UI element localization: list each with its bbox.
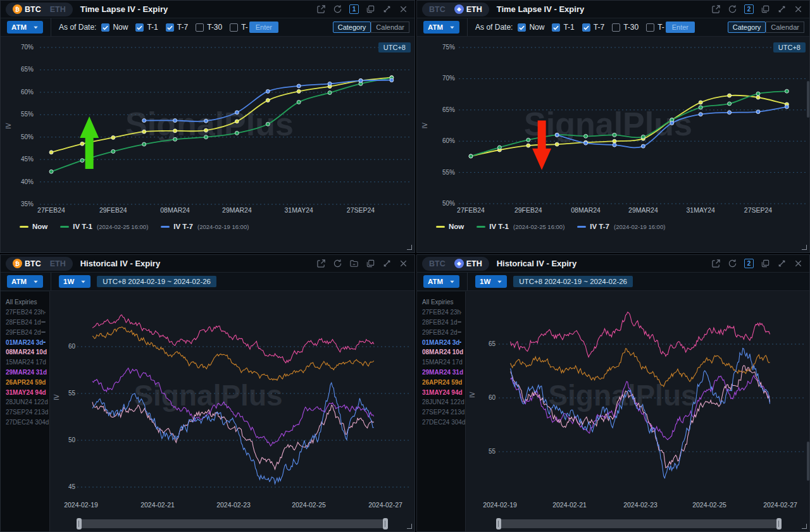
expiry-item-27dec24[interactable]: 27DEC24 304d <box>417 418 465 428</box>
tab-btc[interactable]: ₿ BTC <box>8 259 46 268</box>
tab-btc[interactable]: ₿ BTC <box>8 4 46 14</box>
strike-select[interactable]: ATM <box>423 275 459 288</box>
slider-handle-right[interactable] <box>383 518 388 529</box>
open-in-new-icon[interactable] <box>711 259 721 268</box>
close-icon[interactable] <box>794 259 803 268</box>
checkbox-now[interactable]: Now <box>101 23 128 32</box>
refresh-icon[interactable] <box>728 4 737 14</box>
expiry-item-31may24[interactable]: 31MAY24 94d <box>417 387 465 397</box>
checkbox-t-1[interactable]: T-1 <box>552 23 574 32</box>
scrollbar-thumb[interactable] <box>807 442 809 481</box>
period-select[interactable]: 1W <box>59 275 90 288</box>
checkbox-t-30[interactable]: T-30 <box>612 23 639 32</box>
resize-handle[interactable] <box>802 245 807 250</box>
expiry-item-28jun24[interactable]: 28JUN24 122d <box>417 397 465 407</box>
resize-handle[interactable] <box>802 524 807 529</box>
calendar-button[interactable]: Calendar <box>766 22 804 33</box>
open-in-new-icon[interactable] <box>316 4 326 14</box>
duplicate-icon[interactable] <box>761 4 770 14</box>
duplicate-icon[interactable] <box>366 4 375 14</box>
expand-icon[interactable] <box>382 4 392 14</box>
strike-select[interactable]: ATM <box>7 21 43 34</box>
strike-select[interactable]: ATM <box>7 275 43 288</box>
expiry-item-27sep24[interactable]: 27SEP24 213d <box>1 407 49 418</box>
checkbox-now[interactable]: Now <box>518 23 544 32</box>
refresh-icon[interactable] <box>333 259 342 268</box>
checkbox-t-30[interactable]: T-30 <box>196 23 222 32</box>
expiry-item-26apr24[interactable]: 26APR24 59d <box>417 377 465 387</box>
open-in-new-icon[interactable] <box>316 259 326 268</box>
tab-eth[interactable]: ◆ ETH <box>450 4 487 14</box>
t-custom-input[interactable]: Enter <box>666 22 695 33</box>
checkbox-box[interactable] <box>101 23 109 32</box>
t-custom-input[interactable]: Enter <box>249 22 278 33</box>
expiry-item-all[interactable]: All Expiries <box>417 297 465 307</box>
expiry-item-27feb24[interactable]: 27FEB24 23h <box>417 307 465 318</box>
expiry-item-all[interactable]: All Expiries <box>1 297 49 307</box>
category-button[interactable]: Category <box>333 22 371 33</box>
close-icon[interactable] <box>399 259 408 268</box>
legend-item[interactable]: Now <box>20 223 47 230</box>
checkbox-box[interactable] <box>196 23 204 32</box>
expiry-item-28jun24[interactable]: 28JUN24 122d <box>1 397 49 407</box>
legend-item[interactable]: IV T-7(2024-02-19 16:00) <box>161 223 249 230</box>
duplicate-icon[interactable] <box>366 259 375 268</box>
expiry-item-28feb24[interactable]: 28FEB24 1d <box>1 318 49 328</box>
checkbox-box[interactable] <box>166 23 174 32</box>
duplicate-icon[interactable] <box>761 259 770 268</box>
slider-handle-right[interactable] <box>776 518 782 529</box>
folder-icon[interactable] <box>349 259 359 268</box>
expiry-item-01mar24[interactable]: 01MAR24 3d <box>417 337 465 347</box>
tab-eth[interactable]: ETH <box>46 5 70 14</box>
tab-eth[interactable]: ETH <box>46 259 70 268</box>
checkbox-box[interactable] <box>646 23 654 32</box>
checkbox-box[interactable] <box>518 23 526 32</box>
legend-item[interactable]: IV T-7(2024-02-19 16:00) <box>577 223 665 230</box>
tab-eth[interactable]: ◆ ETH <box>450 259 487 268</box>
period-select[interactable]: 1W <box>475 275 507 288</box>
strike-select[interactable]: ATM <box>423 21 459 34</box>
resize-handle[interactable] <box>407 524 412 529</box>
checkbox-box[interactable] <box>230 23 238 32</box>
calendar-button[interactable]: Calendar <box>371 22 409 33</box>
expiry-item-08mar24[interactable]: 08MAR24 10d <box>1 347 49 357</box>
expiry-item-26apr24[interactable]: 26APR24 59d <box>1 377 49 387</box>
chart-count-badge[interactable]: 2 <box>744 259 754 268</box>
expiry-item-27feb24[interactable]: 27FEB24 23h <box>1 307 49 318</box>
checkbox-t-7[interactable]: T-7 <box>582 23 604 32</box>
expiry-item-28feb24[interactable]: 28FEB24 1d <box>417 318 465 328</box>
expiry-item-27sep24[interactable]: 27SEP24 213d <box>417 407 465 418</box>
time-range-slider[interactable] <box>77 519 387 528</box>
expiry-item-15mar24[interactable]: 15MAR24 17d <box>417 357 465 368</box>
expiry-item-01mar24[interactable]: 01MAR24 3d <box>1 337 49 347</box>
close-icon[interactable] <box>399 4 408 14</box>
legend-item[interactable]: IV T-1(2024-02-25 16:00) <box>60 223 148 230</box>
tab-btc[interactable]: BTC <box>425 259 450 268</box>
expand-icon[interactable] <box>777 259 787 268</box>
expiry-item-29feb24[interactable]: 29FEB24 2d <box>417 327 465 337</box>
expiry-item-31may24[interactable]: 31MAY24 94d <box>1 387 49 397</box>
expiry-item-27dec24[interactable]: 27DEC24 304d <box>1 418 49 428</box>
scrollbar-thumb[interactable] <box>807 81 809 118</box>
time-range-slider[interactable] <box>497 519 781 528</box>
chart-count-badge[interactable]: 2 <box>744 4 754 14</box>
checkbox-box[interactable] <box>612 23 620 32</box>
expiry-item-15mar24[interactable]: 15MAR24 17d <box>1 357 49 368</box>
expiry-item-29mar24[interactable]: 29MAR24 31d <box>1 368 49 378</box>
close-icon[interactable] <box>794 4 803 14</box>
checkbox-box[interactable] <box>135 23 144 32</box>
checkbox-box[interactable] <box>552 23 560 32</box>
legend-item[interactable]: Now <box>436 223 464 230</box>
checkbox-t-[interactable]: T- <box>230 23 248 32</box>
tab-btc[interactable]: BTC <box>425 5 450 14</box>
refresh-icon[interactable] <box>333 4 342 14</box>
checkbox-t-1[interactable]: T-1 <box>135 23 158 32</box>
checkbox-t-[interactable]: T- <box>646 23 664 32</box>
resize-handle[interactable] <box>407 245 412 250</box>
slider-handle-left[interactable] <box>496 518 501 529</box>
expand-icon[interactable] <box>777 4 787 14</box>
checkbox-box[interactable] <box>582 23 590 32</box>
expiry-item-29feb24[interactable]: 29FEB24 2d <box>1 327 49 337</box>
expiry-item-29mar24[interactable]: 29MAR24 31d <box>417 368 465 378</box>
checkbox-t-7[interactable]: T-7 <box>166 23 188 32</box>
